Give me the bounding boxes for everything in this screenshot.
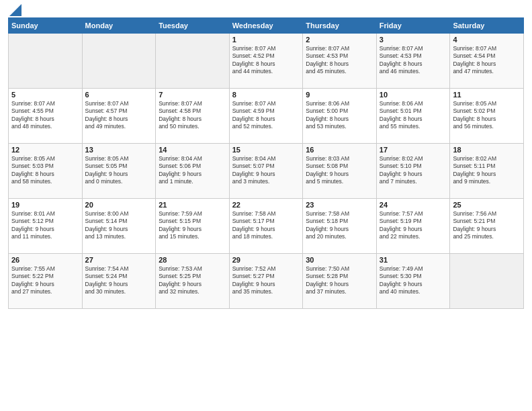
calendar-cell: 7Sunrise: 8:07 AM Sunset: 4:58 PM Daylig… <box>156 89 230 144</box>
weekday-header-sunday: Sunday <box>9 18 83 34</box>
weekday-header-thursday: Thursday <box>303 18 377 34</box>
day-info: Sunrise: 7:49 AM Sunset: 5:30 PM Dayligh… <box>380 265 447 296</box>
calendar-cell: 3Sunrise: 8:07 AM Sunset: 4:53 PM Daylig… <box>376 34 450 89</box>
day-number: 19 <box>11 201 79 209</box>
day-number: 8 <box>232 91 300 99</box>
day-number: 6 <box>85 91 153 99</box>
day-info: Sunrise: 8:07 AM Sunset: 4:55 PM Dayligh… <box>11 100 79 131</box>
day-info: Sunrise: 8:07 AM Sunset: 4:52 PM Dayligh… <box>232 45 300 76</box>
weekday-header-row: SundayMondayTuesdayWednesdayThursdayFrid… <box>9 18 524 34</box>
calendar-cell: 26Sunrise: 7:55 AM Sunset: 5:22 PM Dayli… <box>9 254 83 309</box>
day-info: Sunrise: 8:07 AM Sunset: 4:59 PM Dayligh… <box>232 100 300 131</box>
calendar-cell: 28Sunrise: 7:53 AM Sunset: 5:25 PM Dayli… <box>156 254 230 309</box>
calendar-cell: 14Sunrise: 8:04 AM Sunset: 5:06 PM Dayli… <box>156 144 230 199</box>
day-number: 1 <box>232 36 300 44</box>
calendar-cell: 17Sunrise: 8:02 AM Sunset: 5:10 PM Dayli… <box>376 144 450 199</box>
day-info: Sunrise: 7:52 AM Sunset: 5:27 PM Dayligh… <box>232 265 300 296</box>
day-number: 7 <box>159 91 226 99</box>
day-info: Sunrise: 8:07 AM Sunset: 4:54 PM Dayligh… <box>453 45 521 76</box>
day-number: 30 <box>306 256 373 264</box>
calendar-cell: 9Sunrise: 8:06 AM Sunset: 5:00 PM Daylig… <box>303 89 377 144</box>
calendar-cell <box>450 254 524 309</box>
calendar-week-row: 12Sunrise: 8:05 AM Sunset: 5:03 PM Dayli… <box>9 144 524 199</box>
calendar-cell: 16Sunrise: 8:03 AM Sunset: 5:08 PM Dayli… <box>303 144 377 199</box>
day-number: 4 <box>453 36 521 44</box>
calendar-cell: 24Sunrise: 7:57 AM Sunset: 5:19 PM Dayli… <box>376 199 450 254</box>
calendar-week-row: 19Sunrise: 8:01 AM Sunset: 5:12 PM Dayli… <box>9 199 524 254</box>
calendar-cell <box>156 34 230 89</box>
calendar-cell: 30Sunrise: 7:50 AM Sunset: 5:28 PM Dayli… <box>303 254 377 309</box>
day-info: Sunrise: 7:50 AM Sunset: 5:28 PM Dayligh… <box>306 265 373 296</box>
calendar-week-row: 5Sunrise: 8:07 AM Sunset: 4:55 PM Daylig… <box>9 89 524 144</box>
day-number: 26 <box>11 256 79 264</box>
weekday-header-saturday: Saturday <box>450 18 524 34</box>
day-number: 14 <box>159 146 226 154</box>
day-info: Sunrise: 8:02 AM Sunset: 5:10 PM Dayligh… <box>380 155 447 186</box>
page: SundayMondayTuesdayWednesdayThursdayFrid… <box>0 0 532 411</box>
day-info: Sunrise: 8:07 AM Sunset: 4:53 PM Dayligh… <box>380 45 447 76</box>
day-number: 24 <box>380 201 447 209</box>
day-info: Sunrise: 7:59 AM Sunset: 5:15 PM Dayligh… <box>159 210 226 241</box>
day-info: Sunrise: 8:02 AM Sunset: 5:11 PM Dayligh… <box>453 155 521 186</box>
day-info: Sunrise: 7:57 AM Sunset: 5:19 PM Dayligh… <box>380 210 447 241</box>
day-number: 17 <box>380 146 447 154</box>
day-info: Sunrise: 8:03 AM Sunset: 5:08 PM Dayligh… <box>306 155 373 186</box>
weekday-header-tuesday: Tuesday <box>156 18 230 34</box>
day-info: Sunrise: 8:01 AM Sunset: 5:12 PM Dayligh… <box>11 210 79 241</box>
day-number: 16 <box>306 146 373 154</box>
day-info: Sunrise: 8:07 AM Sunset: 4:58 PM Dayligh… <box>159 100 226 131</box>
day-number: 27 <box>85 256 153 264</box>
day-info: Sunrise: 7:56 AM Sunset: 5:21 PM Dayligh… <box>453 210 521 241</box>
day-number: 15 <box>232 146 300 154</box>
day-info: Sunrise: 8:04 AM Sunset: 5:06 PM Dayligh… <box>159 155 226 186</box>
day-info: Sunrise: 8:05 AM Sunset: 5:02 PM Dayligh… <box>453 100 521 131</box>
day-info: Sunrise: 8:05 AM Sunset: 5:03 PM Dayligh… <box>11 155 79 186</box>
calendar-cell: 6Sunrise: 8:07 AM Sunset: 4:57 PM Daylig… <box>82 89 156 144</box>
day-number: 2 <box>306 36 373 44</box>
calendar-cell: 13Sunrise: 8:05 AM Sunset: 5:05 PM Dayli… <box>82 144 156 199</box>
day-info: Sunrise: 7:58 AM Sunset: 5:18 PM Dayligh… <box>306 210 373 241</box>
calendar-cell: 21Sunrise: 7:59 AM Sunset: 5:15 PM Dayli… <box>156 199 230 254</box>
day-number: 18 <box>453 146 521 154</box>
calendar-cell: 23Sunrise: 7:58 AM Sunset: 5:18 PM Dayli… <box>303 199 377 254</box>
svg-marker-0 <box>9 4 21 16</box>
calendar-cell: 12Sunrise: 8:05 AM Sunset: 5:03 PM Dayli… <box>9 144 83 199</box>
day-info: Sunrise: 8:07 AM Sunset: 4:57 PM Dayligh… <box>85 100 153 131</box>
day-number: 11 <box>453 91 521 99</box>
day-number: 28 <box>159 256 226 264</box>
day-number: 20 <box>85 201 153 209</box>
calendar-week-row: 26Sunrise: 7:55 AM Sunset: 5:22 PM Dayli… <box>9 254 524 309</box>
day-number: 25 <box>453 201 521 209</box>
calendar-cell: 11Sunrise: 8:05 AM Sunset: 5:02 PM Dayli… <box>450 89 524 144</box>
calendar-cell: 20Sunrise: 8:00 AM Sunset: 5:14 PM Dayli… <box>82 199 156 254</box>
weekday-header-monday: Monday <box>82 18 156 34</box>
day-number: 13 <box>85 146 153 154</box>
day-info: Sunrise: 7:58 AM Sunset: 5:17 PM Dayligh… <box>232 210 300 241</box>
calendar-cell <box>82 34 156 89</box>
calendar-cell: 19Sunrise: 8:01 AM Sunset: 5:12 PM Dayli… <box>9 199 83 254</box>
header <box>8 7 524 13</box>
day-info: Sunrise: 8:06 AM Sunset: 5:00 PM Dayligh… <box>306 100 373 131</box>
calendar-cell <box>9 34 83 89</box>
logo <box>8 7 21 13</box>
calendar-cell: 15Sunrise: 8:04 AM Sunset: 5:07 PM Dayli… <box>229 144 303 199</box>
day-number: 21 <box>159 201 226 209</box>
day-number: 10 <box>380 91 447 99</box>
day-number: 22 <box>232 201 300 209</box>
day-number: 23 <box>306 201 373 209</box>
day-info: Sunrise: 7:55 AM Sunset: 5:22 PM Dayligh… <box>11 265 79 296</box>
calendar-cell: 29Sunrise: 7:52 AM Sunset: 5:27 PM Dayli… <box>229 254 303 309</box>
calendar-cell: 4Sunrise: 8:07 AM Sunset: 4:54 PM Daylig… <box>450 34 524 89</box>
day-number: 12 <box>11 146 79 154</box>
day-number: 5 <box>11 91 79 99</box>
day-number: 31 <box>380 256 447 264</box>
day-number: 29 <box>232 256 300 264</box>
day-info: Sunrise: 7:53 AM Sunset: 5:25 PM Dayligh… <box>159 265 226 296</box>
logo-block <box>8 7 21 13</box>
day-number: 3 <box>380 36 447 44</box>
day-info: Sunrise: 7:54 AM Sunset: 5:24 PM Dayligh… <box>85 265 153 296</box>
calendar-cell: 5Sunrise: 8:07 AM Sunset: 4:55 PM Daylig… <box>9 89 83 144</box>
calendar-cell: 27Sunrise: 7:54 AM Sunset: 5:24 PM Dayli… <box>82 254 156 309</box>
calendar-week-row: 1Sunrise: 8:07 AM Sunset: 4:52 PM Daylig… <box>9 34 524 89</box>
calendar-cell: 10Sunrise: 8:06 AM Sunset: 5:01 PM Dayli… <box>376 89 450 144</box>
